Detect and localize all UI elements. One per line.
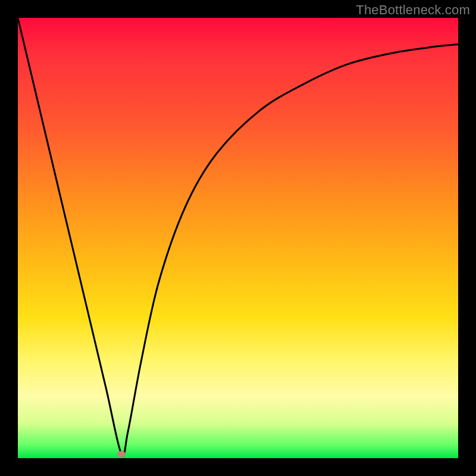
plot-area <box>18 18 458 458</box>
watermark-text: TheBottleneck.com <box>356 2 470 18</box>
optimal-point-marker <box>117 451 126 457</box>
curve-path <box>18 18 458 456</box>
bottleneck-curve <box>18 18 458 458</box>
chart-frame: TheBottleneck.com <box>0 0 476 476</box>
